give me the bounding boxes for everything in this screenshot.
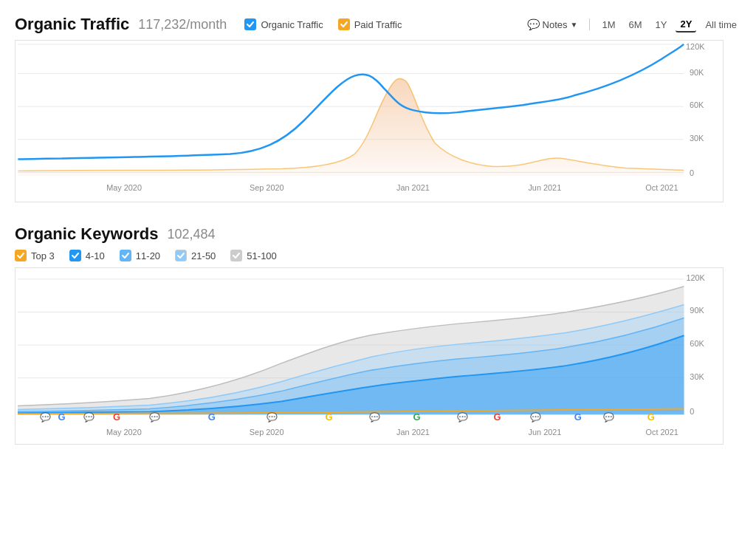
notes-button[interactable]: 💬 Notes ▼ bbox=[523, 17, 583, 32]
period-alltime[interactable]: All time bbox=[701, 18, 741, 32]
note-marker-1[interactable]: 💬 bbox=[40, 411, 51, 422]
google-marker-2[interactable]: G bbox=[113, 411, 120, 422]
legend-51-100-label: 51-100 bbox=[247, 250, 276, 261]
period-6m[interactable]: 6M bbox=[625, 18, 647, 32]
legend-organic-traffic[interactable]: Organic Traffic bbox=[244, 18, 323, 30]
organic-traffic-value: 117,232/month bbox=[138, 17, 227, 32]
organic-keywords-section: Organic Keywords 102,484 Top 3 4-10 11-2… bbox=[15, 225, 741, 445]
organic-keywords-header: Organic Keywords 102,484 bbox=[15, 225, 741, 244]
kw-x-label-jun2021: Jun 2021 bbox=[529, 428, 562, 437]
note-marker-6[interactable]: 💬 bbox=[457, 411, 468, 422]
chart-period-controls: 💬 Notes ▼ 1M 6M 1Y 2Y All time bbox=[523, 17, 741, 32]
organic-keywords-title: Organic Keywords bbox=[15, 225, 158, 244]
organic-keywords-value: 102,484 bbox=[167, 227, 215, 242]
google-marker-8[interactable]: G bbox=[647, 411, 655, 422]
period-2y[interactable]: 2Y bbox=[676, 17, 696, 32]
kw-x-label-sep2020: Sep 2020 bbox=[250, 428, 284, 437]
keywords-legend: Top 3 4-10 11-20 21-50 51-100 bbox=[15, 250, 741, 261]
notes-icon: 💬 bbox=[527, 18, 540, 30]
y-label-30k: 30K bbox=[690, 134, 704, 143]
controls-divider bbox=[589, 18, 590, 30]
organic-traffic-section: Organic Traffic 117,232/month Organic Tr… bbox=[15, 15, 741, 202]
legend-21-50-label: 21-50 bbox=[191, 250, 216, 261]
y-label-120k: 120K bbox=[686, 42, 705, 51]
organic-traffic-chart-wrapper: 0 30K 60K 90K 120K May 2020 Sep 2020 Jan… bbox=[15, 40, 741, 202]
organic-traffic-header: Organic Traffic 117,232/month Organic Tr… bbox=[15, 15, 741, 34]
period-1y[interactable]: 1Y bbox=[651, 18, 672, 32]
organic-keywords-chart: 💬 💬 💬 💬 💬 💬 💬 💬 G G G G G G G G 0 30K 60… bbox=[15, 267, 724, 445]
legend-4-10-label: 4-10 bbox=[86, 250, 105, 261]
google-marker-5[interactable]: G bbox=[413, 411, 420, 422]
kw-x-label-may2020: May 2020 bbox=[106, 428, 142, 437]
legend-organic-label: Organic Traffic bbox=[261, 19, 323, 30]
kw-y-label-90k: 90K bbox=[690, 306, 704, 315]
x-label-oct2021: Oct 2021 bbox=[645, 183, 678, 192]
traffic-legend: Organic Traffic Paid Traffic bbox=[244, 18, 402, 30]
kw-x-label-oct2021: Oct 2021 bbox=[646, 428, 678, 437]
legend-top3-label: Top 3 bbox=[31, 250, 55, 261]
note-marker-4[interactable]: 💬 bbox=[267, 411, 278, 422]
note-marker-7[interactable]: 💬 bbox=[530, 411, 541, 422]
kw-y-label-60k: 60K bbox=[690, 339, 704, 348]
kw-y-label-30k: 30K bbox=[690, 372, 704, 381]
kw-y-label-120k: 120K bbox=[686, 273, 705, 282]
kw-x-label-jan2021: Jan 2021 bbox=[396, 428, 430, 437]
legend-51-100[interactable]: 51-100 bbox=[230, 250, 276, 261]
period-1m[interactable]: 1M bbox=[597, 18, 619, 32]
notes-label: Notes bbox=[543, 19, 568, 30]
google-marker-6[interactable]: G bbox=[494, 411, 501, 422]
legend-top3[interactable]: Top 3 bbox=[15, 250, 55, 261]
y-label-0: 0 bbox=[690, 168, 694, 177]
legend-11-20-label: 11-20 bbox=[136, 250, 160, 261]
y-label-60k: 60K bbox=[690, 100, 704, 109]
x-label-jun2021: Jun 2021 bbox=[528, 183, 561, 192]
legend-paid-label: Paid Traffic bbox=[354, 19, 402, 30]
y-label-90k: 90K bbox=[690, 68, 704, 77]
legend-11-20[interactable]: 11-20 bbox=[120, 250, 160, 261]
organic-traffic-title: Organic Traffic bbox=[15, 15, 129, 34]
x-label-may2020: May 2020 bbox=[106, 183, 142, 192]
organic-keywords-chart-wrapper: 💬 💬 💬 💬 💬 💬 💬 💬 G G G G G G G G 0 30K 60… bbox=[15, 267, 741, 445]
legend-21-50[interactable]: 21-50 bbox=[175, 250, 216, 261]
google-marker-3[interactable]: G bbox=[208, 411, 216, 422]
google-marker-7[interactable]: G bbox=[574, 411, 582, 422]
google-marker-4[interactable]: G bbox=[325, 411, 332, 422]
note-marker-2[interactable]: 💬 bbox=[83, 411, 94, 422]
legend-paid-traffic[interactable]: Paid Traffic bbox=[338, 18, 402, 30]
note-marker-8[interactable]: 💬 bbox=[603, 411, 614, 422]
legend-4-10[interactable]: 4-10 bbox=[69, 250, 105, 261]
google-marker-1[interactable]: G bbox=[58, 411, 66, 422]
note-marker-3[interactable]: 💬 bbox=[149, 411, 160, 422]
x-label-jan2021: Jan 2021 bbox=[396, 183, 430, 192]
note-marker-5[interactable]: 💬 bbox=[369, 411, 380, 422]
organic-traffic-chart: 0 30K 60K 90K 120K May 2020 Sep 2020 Jan… bbox=[15, 40, 724, 202]
x-label-sep2020: Sep 2020 bbox=[250, 183, 284, 192]
notes-chevron: ▼ bbox=[571, 21, 578, 29]
kw-y-label-0: 0 bbox=[690, 407, 694, 416]
legend-controls-row: Organic Traffic 117,232/month Organic Tr… bbox=[15, 15, 741, 34]
